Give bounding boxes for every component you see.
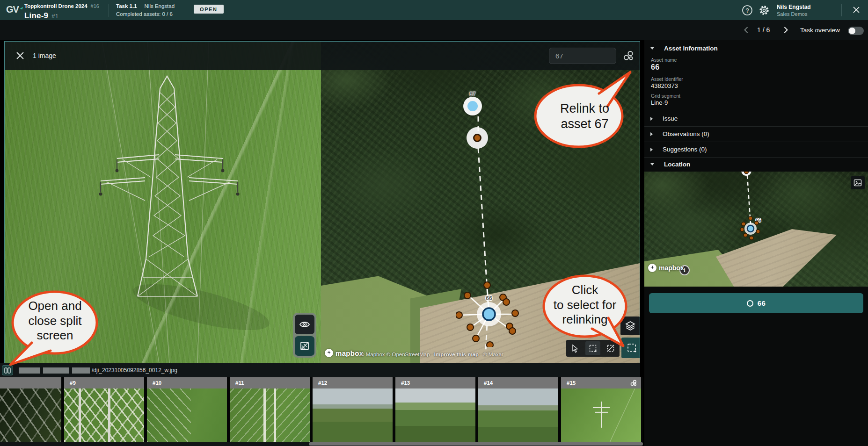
task-assignee: Nils Engstad	[145, 3, 175, 9]
section-suggestions[interactable]: Suggestions (0)	[644, 142, 868, 157]
callout-split-screen: Open and close split screen	[9, 289, 101, 367]
mapbox-wordmark: mapbox	[659, 264, 684, 272]
marker-orange-dot	[473, 134, 481, 142]
svg-text:?: ?	[745, 7, 749, 14]
settings-gear-icon[interactable]	[758, 4, 770, 16]
thumb-header	[0, 377, 61, 388]
status-badge: OPEN	[194, 5, 224, 14]
redacted-path	[19, 367, 40, 374]
filmstrip-thumb-10[interactable]: #10	[147, 377, 227, 442]
callout-text: Relink to	[534, 101, 635, 116]
filmstrip-thumb-9[interactable]: #9	[64, 377, 144, 442]
filmstrip-thumb-13[interactable]: #13	[395, 377, 475, 442]
mapbox-logo[interactable]: mapbox	[648, 264, 684, 272]
close-selection-icon[interactable]	[15, 50, 25, 61]
asset-marker-66-cluster[interactable]: 66	[456, 281, 522, 347]
asset-marker-67[interactable]	[463, 97, 482, 115]
asset-button-label: 66	[758, 299, 766, 307]
marker-blue-dot	[467, 101, 478, 111]
photo-view-controls	[293, 313, 316, 358]
thumb-label: #15	[567, 380, 630, 386]
sub-bar: 1 / 6 Task overview	[0, 20, 868, 40]
eye-icon	[299, 319, 310, 330]
callout-text: Click	[540, 283, 629, 298]
callout-relink-to-asset: Relink to asset 67	[533, 69, 634, 149]
filmstrip-thumb-14[interactable]: #14	[478, 377, 558, 442]
attribution-maxar: © Maxar	[483, 352, 503, 357]
close-icon[interactable]	[852, 5, 864, 17]
thumb-header: #11	[230, 377, 310, 388]
caret-right-icon	[650, 148, 653, 151]
thumb-header: #9	[64, 377, 144, 388]
filmstrip-scrollbar-thumb[interactable]	[309, 442, 643, 446]
attribution-text: © Mapbox © OpenStreetMap	[360, 352, 430, 357]
caret-right-icon	[650, 132, 653, 136]
filmstrip-thumb-11[interactable]: #11	[230, 377, 310, 442]
asset-66-button[interactable]: 66	[649, 293, 863, 313]
section-title: Location	[664, 161, 690, 168]
thumb-label: #11	[235, 380, 306, 386]
mapbox-logo[interactable]: mapbox	[325, 349, 363, 357]
thumb-label: #13	[401, 380, 472, 386]
thumb-image	[561, 388, 641, 442]
callout-click-to-select: Click to select for relinking	[543, 273, 632, 348]
asset-identifier-value: 43820373	[651, 82, 678, 89]
thumb-image	[313, 388, 393, 442]
relink-icon	[630, 379, 637, 387]
relink-icon[interactable]	[622, 50, 635, 62]
app-logo: GV	[6, 4, 21, 15]
task-overview-toggle[interactable]	[848, 27, 864, 35]
observation-marker[interactable]	[467, 127, 488, 149]
selection-count-label: 1 image	[33, 52, 56, 59]
thumb-image	[395, 388, 475, 442]
split-screen-icon	[4, 367, 11, 374]
relink-asset-input[interactable]	[549, 48, 616, 64]
chevron-right-icon[interactable]	[781, 26, 790, 34]
map-attribution[interactable]: © Mapbox © OpenStreetMap Improve this ma…	[360, 352, 503, 357]
compare-split-button[interactable]	[295, 336, 314, 356]
thumb-image	[147, 388, 227, 442]
marker-66-label: 66	[486, 295, 492, 302]
callout-text: screen	[9, 328, 101, 343]
filmstrip-thumb-partial[interactable]	[0, 377, 61, 442]
thumb-image	[478, 388, 558, 442]
callout-text: to select for	[540, 298, 629, 313]
location-minimap[interactable]: 66 mapbox i	[644, 172, 868, 287]
image-filename: /dji_20231005092856_0012_w.jpg	[92, 367, 177, 374]
thumb-header: #12	[313, 377, 393, 388]
split-compare-icon	[299, 341, 310, 351]
image-icon	[853, 179, 862, 187]
mapbox-wordmark: mapbox	[336, 349, 363, 357]
thumb-label: #10	[153, 380, 223, 386]
improve-map-link[interactable]: Improve this map	[434, 352, 479, 357]
divider	[109, 4, 109, 17]
filmstrip: #9#10#11#12#13#14#15	[0, 377, 643, 442]
minimap-image-button[interactable]	[851, 176, 865, 189]
help-icon[interactable]: ?	[741, 4, 753, 16]
section-asset-information[interactable]: Asset information	[644, 42, 868, 55]
thumb-label: #12	[318, 380, 389, 386]
top-bar: GV Toppkontroll Drone 2024#16 Line-9#1 T…	[0, 0, 868, 20]
section-observations[interactable]: Observations (0)	[644, 126, 868, 142]
mini-tower-silhouette	[591, 402, 612, 428]
filmstrip-scrollbar-track[interactable]	[0, 442, 643, 446]
caret-down-icon	[650, 163, 654, 165]
section-title: Suggestions (0)	[663, 146, 707, 153]
section-location[interactable]: Location	[644, 157, 868, 172]
filmstrip-thumb-15[interactable]: #15	[561, 377, 641, 442]
field-label: Asset name	[651, 57, 677, 63]
thumb-header: #10	[147, 377, 227, 388]
project-tag: #16	[91, 3, 99, 9]
callout-text: relinking	[540, 312, 629, 327]
caret-down-icon	[650, 47, 654, 50]
viewer-header-bar: 1 image	[5, 42, 640, 70]
user-org: Sales Demos	[777, 11, 811, 18]
visibility-eye-button[interactable]	[295, 315, 314, 334]
thumb-header: #14	[478, 377, 558, 388]
user-block[interactable]: Nils Engstad Sales Demos	[777, 3, 811, 18]
section-issue[interactable]: Issue	[644, 111, 868, 126]
redacted-path	[43, 367, 69, 374]
filmstrip-thumb-12[interactable]: #12	[313, 377, 393, 442]
chevron-left-icon[interactable]	[742, 26, 751, 34]
page-indicator: 1 / 6	[757, 26, 770, 34]
